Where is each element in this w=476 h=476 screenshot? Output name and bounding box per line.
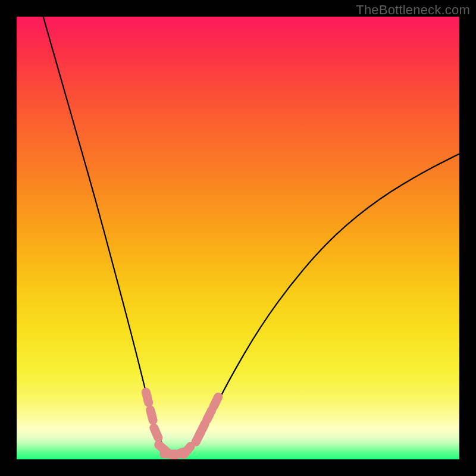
curve-layer (17, 17, 459, 459)
curve-marker (214, 397, 218, 406)
chart-frame: TheBottleneck.com (0, 0, 476, 476)
curve-marker (207, 411, 212, 420)
bottleneck-curve (43, 17, 459, 455)
watermark-text: TheBottleneck.com (356, 2, 470, 18)
curve-marker (151, 410, 153, 420)
marker-group (146, 392, 218, 456)
curve-marker (201, 424, 205, 433)
curve-marker (184, 446, 191, 455)
curve-marker (146, 392, 148, 403)
curve-marker (154, 428, 158, 438)
plot-area (17, 17, 459, 459)
